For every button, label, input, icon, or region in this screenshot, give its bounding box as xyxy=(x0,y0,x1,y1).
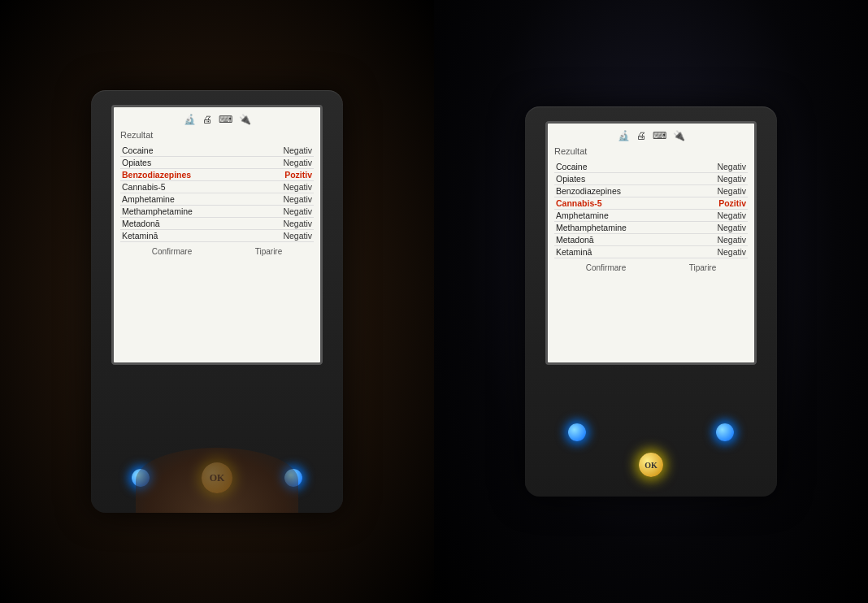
substance-result: Negativ xyxy=(689,173,748,185)
table-row: AmphetamineNegativ xyxy=(120,193,314,206)
left-result-table: CocaineNegativOpiatesNegativBenzodiazepi… xyxy=(120,145,314,242)
table-row: KetaminăNegativ xyxy=(120,230,314,242)
substance-name: Methamphetamine xyxy=(554,222,689,234)
substance-name: Amphetamine xyxy=(120,193,255,206)
substance-result: Negativ xyxy=(255,157,314,169)
table-row: MetadonăNegativ xyxy=(120,218,314,230)
table-row: Cannabis-5Pozitiv xyxy=(554,197,748,210)
table-row: Cannabis-5Negativ xyxy=(120,181,314,193)
substance-result: Negativ xyxy=(255,181,314,193)
substance-result: Negativ xyxy=(689,222,748,234)
table-row: KetaminăNegativ xyxy=(554,246,748,258)
table-row: BenzodiazepinesPozitiv xyxy=(120,169,314,181)
right-led-blue-2[interactable] xyxy=(716,423,734,441)
substance-name: Metadonă xyxy=(554,234,689,246)
left-screen-header: Rezultat xyxy=(120,130,314,141)
substance-result: Pozitiv xyxy=(689,197,748,210)
r-microscope-icon: 🔬 xyxy=(618,130,630,141)
right-screen-footer: Confirmare Tiparire xyxy=(554,263,748,272)
substance-name: Ketamină xyxy=(554,246,689,258)
right-panel: 🔬 🖨 ⌨ 🔌 Rezultat CocaineNegativOpiatesNe… xyxy=(434,0,868,603)
left-screen-icons: 🔬 🖨 ⌨ 🔌 xyxy=(120,114,314,125)
substance-name: Benzodiazepines xyxy=(120,169,255,181)
substance-result: Negativ xyxy=(689,234,748,246)
right-ok-button[interactable]: OK xyxy=(639,453,663,477)
microscope-icon: 🔬 xyxy=(184,114,196,125)
substance-name: Metadonă xyxy=(120,218,255,230)
table-row: OpiatesNegativ xyxy=(554,173,748,185)
r-keyboard-icon: ⌨ xyxy=(653,130,666,141)
power-icon: 🔌 xyxy=(239,114,251,125)
table-row: OpiatesNegativ xyxy=(120,157,314,169)
substance-result: Negativ xyxy=(255,230,314,242)
left-screen-footer: Confirmare Tiparire xyxy=(120,247,314,256)
substance-result: Negativ xyxy=(689,185,748,197)
substance-name: Ketamină xyxy=(120,230,255,242)
table-row: CocaineNegativ xyxy=(554,161,748,173)
right-buttons-area xyxy=(540,414,762,441)
substance-name: Methamphetamine xyxy=(120,206,255,218)
substance-name: Cocaine xyxy=(120,145,255,157)
left-screen: 🔬 🖨 ⌨ 🔌 Rezultat CocaineNegativOpiatesNe… xyxy=(111,105,323,365)
right-screen: 🔬 🖨 ⌨ 🔌 Rezultat CocaineNegativOpiatesNe… xyxy=(545,121,757,365)
substance-name: Benzodiazepines xyxy=(554,185,689,197)
table-row: AmphetamineNegativ xyxy=(554,210,748,222)
substance-result: Negativ xyxy=(689,161,748,173)
right-led-blue-1[interactable] xyxy=(568,423,586,441)
right-device: 🔬 🖨 ⌨ 🔌 Rezultat CocaineNegativOpiatesNe… xyxy=(525,106,777,497)
table-row: CocaineNegativ xyxy=(120,145,314,157)
right-print-button[interactable]: Tiparire xyxy=(689,263,717,272)
substance-result: Negativ xyxy=(255,193,314,206)
left-panel: 🔬 🖨 ⌨ 🔌 Rezultat CocaineNegativOpiatesNe… xyxy=(0,0,434,603)
substance-result: Negativ xyxy=(689,210,748,222)
right-confirm-button[interactable]: Confirmare xyxy=(586,263,626,272)
substance-name: Cannabis-5 xyxy=(120,181,255,193)
table-row: MetadonăNegativ xyxy=(554,234,748,246)
table-row: BenzodiazepinesNegativ xyxy=(554,185,748,197)
r-printer-icon: 🖨 xyxy=(636,130,646,141)
substance-name: Opiates xyxy=(554,173,689,185)
right-result-table: CocaineNegativOpiatesNegativBenzodiazepi… xyxy=(554,161,748,258)
substance-result: Pozitiv xyxy=(255,169,314,181)
keyboard-icon: ⌨ xyxy=(219,114,232,125)
table-row: MethamphetamineNegativ xyxy=(554,222,748,234)
left-confirm-button[interactable]: Confirmare xyxy=(152,247,192,256)
right-screen-header: Rezultat xyxy=(554,146,748,158)
substance-name: Amphetamine xyxy=(554,210,689,222)
substance-name: Cannabis-5 xyxy=(554,197,689,210)
substance-result: Negativ xyxy=(255,218,314,230)
left-hand xyxy=(136,448,298,513)
left-print-button[interactable]: Tiparire xyxy=(255,247,283,256)
substance-result: Negativ xyxy=(689,246,748,258)
substance-result: Negativ xyxy=(255,145,314,157)
table-row: MethamphetamineNegativ xyxy=(120,206,314,218)
substance-result: Negativ xyxy=(255,206,314,218)
substance-name: Opiates xyxy=(120,157,255,169)
left-device: 🔬 🖨 ⌨ 🔌 Rezultat CocaineNegativOpiatesNe… xyxy=(91,90,343,513)
printer-icon: 🖨 xyxy=(202,114,212,125)
substance-name: Cocaine xyxy=(554,161,689,173)
r-power-icon: 🔌 xyxy=(673,130,685,141)
right-screen-icons: 🔬 🖨 ⌨ 🔌 xyxy=(554,130,748,141)
right-ok-area: OK xyxy=(639,453,663,477)
